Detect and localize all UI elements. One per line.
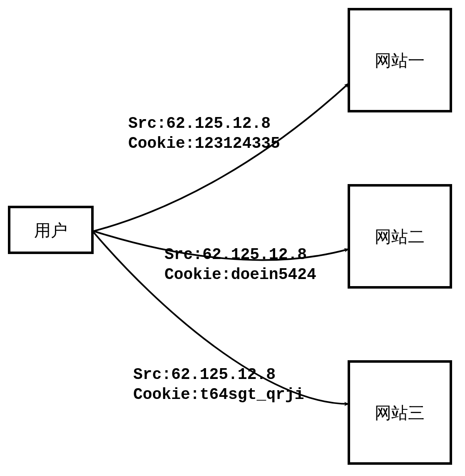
edge-src: Src:62.125.12.8: [164, 246, 307, 264]
arrow-icon: [94, 83, 349, 231]
site-node: 网站二: [349, 185, 451, 287]
edge-src: Src:62.125.12.8: [128, 115, 271, 132]
edge: Src:62.125.12.8 Cookie:123124335: [94, 83, 349, 231]
edge-cookie: Cookie:t64sgt_qrji: [133, 386, 304, 404]
site-label: 网站二: [375, 227, 425, 246]
edge-cookie: Cookie:123124335: [128, 135, 280, 152]
site-node: 网站三: [349, 361, 451, 464]
edge-cookie: Cookie:doein5424: [164, 266, 316, 284]
site-label: 网站三: [375, 404, 425, 422]
user-label: 用户: [34, 221, 67, 239]
edge: Src:62.125.12.8 Cookie:doein5424: [94, 231, 349, 284]
site-label: 网站一: [375, 51, 425, 70]
site-node: 网站一: [349, 9, 451, 111]
diagram-canvas: 用户 网站一 网站二 网站三 Src:62.125.12.8 Cookie:12…: [0, 0, 465, 476]
edge-src: Src:62.125.12.8: [133, 366, 276, 384]
user-node: 用户: [9, 207, 92, 253]
